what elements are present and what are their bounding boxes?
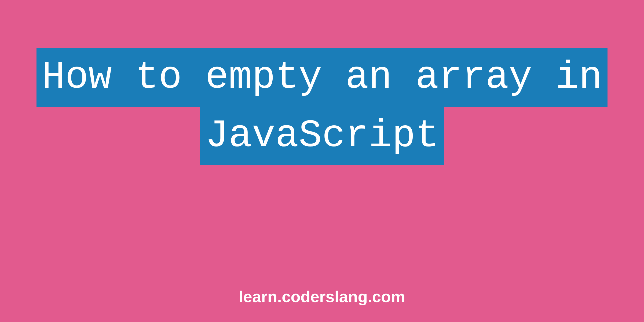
- site-url: learn.coderslang.com: [239, 287, 405, 306]
- article-title: How to empty an array in JavaScript: [36, 48, 608, 165]
- title-line-1: How to empty an array in: [36, 48, 608, 107]
- title-line-2: JavaScript: [200, 107, 444, 165]
